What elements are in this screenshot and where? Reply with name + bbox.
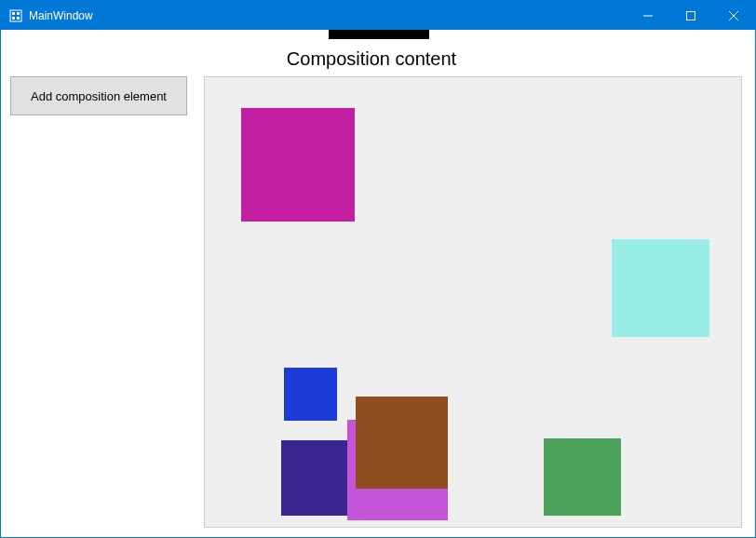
svg-rect-4	[17, 17, 20, 20]
svg-rect-0	[10, 10, 21, 21]
top-dark-strip	[329, 30, 429, 39]
page-heading: Composition content	[1, 48, 742, 70]
svg-rect-1	[12, 12, 15, 15]
composition-square[interactable]	[284, 368, 337, 421]
app-window: MainWindow Composition content Add compo…	[0, 0, 756, 538]
maximize-button[interactable]	[669, 1, 712, 30]
composition-square[interactable]	[544, 438, 621, 516]
svg-rect-2	[17, 12, 20, 15]
close-button[interactable]	[712, 1, 755, 30]
composition-canvas[interactable]	[204, 76, 742, 528]
composition-square[interactable]	[241, 108, 355, 222]
svg-rect-6	[687, 11, 695, 20]
composition-square[interactable]	[356, 397, 448, 489]
add-composition-button[interactable]: Add composition element	[10, 76, 187, 115]
add-composition-button-label: Add composition element	[31, 89, 167, 103]
minimize-button[interactable]	[627, 1, 669, 30]
composition-square[interactable]	[612, 239, 709, 337]
client-area: Composition content Add composition elem…	[1, 30, 755, 537]
app-icon	[8, 8, 23, 23]
composition-square[interactable]	[281, 440, 357, 516]
titlebar: MainWindow	[1, 1, 755, 30]
window-title: MainWindow	[29, 9, 93, 22]
svg-rect-3	[12, 17, 15, 20]
